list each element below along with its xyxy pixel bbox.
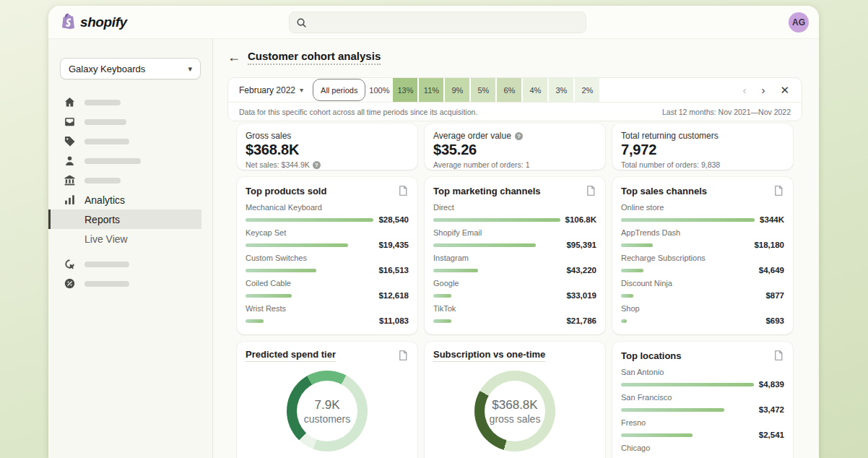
sidebar-menu: Analytics Reports Live View: [48, 92, 212, 293]
period-cell-6%[interactable]: 6%: [497, 78, 521, 102]
period-cell-3%[interactable]: 3%: [549, 78, 573, 102]
search-input[interactable]: [312, 17, 579, 27]
stat-footnote: Average number of orders: 1: [433, 160, 596, 169]
period-cell-100%[interactable]: 100%: [367, 78, 391, 102]
list-card: Top sales channelsOnline store$344KAppTr…: [612, 177, 793, 334]
sidebar-item-finances[interactable]: [48, 170, 212, 190]
list-row: Fresno$2,541: [621, 418, 784, 444]
sidebar-item-home[interactable]: [48, 92, 212, 112]
value-bar: [433, 319, 451, 323]
month-selector[interactable]: February 2022 ▾: [228, 78, 313, 102]
row-label: Instagram: [433, 254, 596, 262]
row-value: $4,839: [759, 380, 784, 389]
app-window: shopify AG Galaxy Keyboards ▾: [48, 6, 819, 458]
row-bar-line: $43,220: [433, 266, 596, 275]
row-label: San Antonio: [621, 368, 784, 376]
row-label: Shopify Email: [433, 228, 596, 237]
report-icon[interactable]: [585, 185, 596, 196]
report-icon[interactable]: [773, 185, 784, 196]
sidebar-item-orders[interactable]: [48, 112, 212, 131]
bar-track: [246, 269, 373, 272]
sidebar-item-analytics[interactable]: Analytics: [48, 190, 212, 209]
list-row: Mechanical Keyboard$28,540: [246, 203, 409, 228]
bar-track: [621, 433, 754, 437]
avatar[interactable]: AG: [789, 12, 809, 33]
bar-track: [433, 269, 561, 272]
value-bar: [621, 243, 653, 247]
sidebar-item-products[interactable]: [48, 131, 212, 151]
cohort-toolbar: February 2022 ▾ All periods 100%13%11%9%…: [227, 77, 802, 121]
orders-icon: [64, 116, 76, 128]
row-label: Shop: [621, 304, 784, 313]
target-cursor-icon: [64, 258, 76, 270]
chevron-down-icon: ▾: [188, 64, 192, 74]
stat-value: 7,972: [621, 142, 784, 158]
row-value: $3,472: [759, 405, 784, 414]
value-bar: [433, 269, 478, 272]
sidebar-item-reports[interactable]: Reports: [48, 209, 201, 229]
value-bar: [621, 408, 724, 412]
row-bar-line: $12,618: [246, 291, 409, 300]
period-cells: 100%13%11%9%5%6%4%3%2%: [367, 78, 599, 102]
chevron-left-icon[interactable]: ‹: [742, 85, 746, 95]
row-value: $19,435: [378, 241, 409, 249]
row-label: Google: [433, 279, 596, 288]
list-row: Discount Ninja$877: [621, 279, 784, 304]
card-title: Top products sold: [246, 186, 326, 196]
list-row: Chicago: [621, 444, 784, 458]
row-value: $4,649: [759, 266, 784, 275]
period-cell-11%[interactable]: 11%: [419, 78, 443, 102]
sidebar-item-marketing[interactable]: [48, 254, 212, 274]
stat-card: Average order value$35.26Average number …: [425, 124, 605, 170]
chevron-right-icon[interactable]: ›: [761, 85, 765, 95]
row-value: $16,513: [378, 266, 409, 275]
period-cell-13%[interactable]: 13%: [393, 78, 417, 102]
row-bar-line: $33,019: [433, 291, 596, 300]
list-row: Keycap Set$19,435: [246, 228, 409, 254]
row-bar-line: $21,786: [433, 316, 596, 325]
skeleton-bar: [84, 158, 141, 164]
search-bar[interactable]: [289, 12, 586, 33]
stat-card: Total returning customers7,972Total numb…: [612, 124, 793, 170]
close-icon[interactable]: ✕: [780, 85, 789, 95]
list-card: Top products soldMechanical Keyboard$28,…: [237, 177, 417, 334]
row-label: Online store: [621, 203, 784, 212]
report-icon[interactable]: [773, 350, 784, 361]
row-bar-line: $877: [621, 291, 784, 300]
store-picker[interactable]: Galaxy Keyboards ▾: [60, 58, 201, 79]
sidebar-item-customers[interactable]: [48, 151, 212, 170]
row-value: $2,541: [759, 431, 784, 439]
predicted-spend-tier-card: Predicted spend tier 7.9K customers: [237, 342, 417, 458]
sidebar-item-discounts[interactable]: [48, 274, 212, 293]
period-cell-2%[interactable]: 2%: [575, 78, 599, 102]
sidebar-item-live-view[interactable]: Live View: [48, 229, 212, 249]
top-locations-card: Top locations San Antonio$4,839San Franc…: [612, 342, 793, 458]
period-cell-5%[interactable]: 5%: [471, 78, 495, 102]
list-row: AppTrends Dash$18,180: [621, 228, 784, 254]
stats-row: Gross sales$368.8KNet sales: $344.9KAver…: [237, 124, 819, 170]
report-icon[interactable]: [397, 350, 409, 361]
period-cell-9%[interactable]: 9%: [445, 78, 469, 102]
row-bar-line: $344K: [621, 215, 784, 224]
period-cell-4%[interactable]: 4%: [523, 78, 547, 102]
list-rows: Online store$344KAppTrends Dash$18,180Re…: [621, 203, 784, 329]
shopify-bag-icon: [59, 12, 77, 32]
all-periods-button[interactable]: All periods: [313, 79, 365, 101]
bar-track: [621, 294, 760, 298]
home-icon: [64, 96, 76, 108]
bar-track: [433, 243, 561, 247]
row-value: $95,391: [566, 241, 596, 249]
person-icon: [64, 155, 76, 167]
bar-track: [433, 218, 560, 222]
back-arrow-button[interactable]: ←: [227, 51, 240, 64]
sidebar-item-label: Reports: [84, 214, 120, 225]
info-icon[interactable]: [515, 132, 523, 140]
locations-rows: San Antonio$4,839San Francisco$3,472Fres…: [621, 368, 784, 458]
bar-track: [246, 319, 374, 323]
report-icon[interactable]: [397, 185, 409, 196]
list-row: San Antonio$4,839: [621, 368, 784, 393]
value-bar: [433, 218, 560, 222]
info-icon[interactable]: [313, 161, 321, 169]
donut-center-label: customers: [304, 413, 351, 425]
card-title: Top sales channels: [621, 186, 707, 196]
